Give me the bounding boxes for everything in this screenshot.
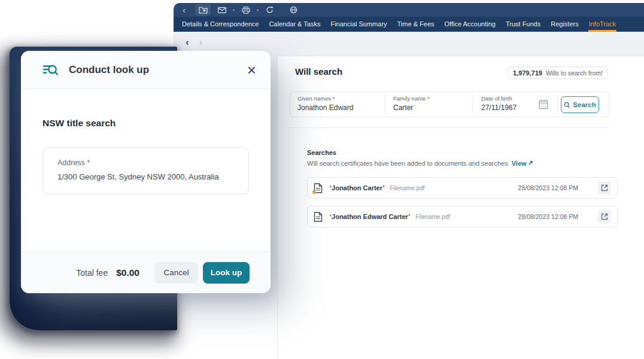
conduct-lookup-modal: Conduct look up × NSW title search Addre… <box>21 51 271 293</box>
field-divider <box>558 95 558 114</box>
search-button-label: Search <box>573 101 596 108</box>
open-document-button[interactable] <box>598 210 611 223</box>
calendar-picker-button[interactable] <box>539 99 548 109</box>
view-link-label: View <box>512 160 527 167</box>
calendar-icon <box>539 99 548 109</box>
back-chevron-icon: ‹ <box>181 5 187 14</box>
given-names-value: Jonathon Edward <box>297 104 353 112</box>
total-fee-value: $0.00 <box>116 267 139 278</box>
close-icon[interactable]: × <box>246 62 257 78</box>
address-label: Address * <box>57 159 90 167</box>
tab-trust-funds[interactable]: Trust Funds <box>505 17 541 32</box>
folder-icon <box>199 7 208 14</box>
list-search-icon <box>42 62 59 78</box>
lookup-type-title: NSW title search <box>42 118 116 129</box>
document-filename: Filename.pdf <box>415 214 450 220</box>
family-name-field[interactable]: Family name * Carter <box>393 95 430 112</box>
tab-office-accounting[interactable]: Office Accounting <box>444 17 496 32</box>
searches-heading: Searches <box>307 149 336 156</box>
external-arrow-icon: ↗ <box>528 159 533 167</box>
given-names-field[interactable]: Given names * Jonathon Edward <box>297 95 353 112</box>
document-name: ‘Jonathon Carter’ <box>330 184 384 191</box>
refresh-button[interactable] <box>264 4 275 16</box>
globe-icon <box>290 6 297 14</box>
search-icon <box>564 102 570 108</box>
modal-body: NSW title search Address * 1/300 George … <box>21 89 271 251</box>
open-document-button[interactable] <box>598 181 611 194</box>
document-filename: Filename.pdf <box>390 185 424 191</box>
document-name: ‘Jonathon Edward Carter’ <box>330 213 410 220</box>
given-names-label: Given names * <box>297 95 353 102</box>
screenshot-stage: ‹ ▾ ▾ <box>0 0 644 359</box>
family-name-label: Family name * <box>393 95 430 102</box>
wills-count: 1,979,719 <box>513 69 542 77</box>
new-document-dot-icon <box>312 190 316 194</box>
tab-details-correspondence[interactable]: Details & Correspondence <box>181 17 259 32</box>
searches-description-row: Will search certificates have been added… <box>307 159 533 167</box>
search-button[interactable]: Search <box>561 96 599 113</box>
section-divider <box>288 127 609 128</box>
address-input[interactable]: Address * 1/300 George St, Sydney NSW 20… <box>42 147 249 194</box>
history-forward-icon[interactable]: › <box>199 37 203 47</box>
document-date: 28/08/2023 12:08 PM <box>518 213 578 220</box>
address-value: 1/300 George St, Sydney NSW 2000, Austra… <box>57 172 219 181</box>
external-link-icon <box>601 184 608 191</box>
will-search-form: Given names * Jonathon Edward Family nam… <box>290 92 609 117</box>
breadcrumb: ‹ › <box>186 37 202 47</box>
link-lookup-button[interactable] <box>288 4 299 16</box>
lookup-button[interactable]: Look up <box>203 262 250 284</box>
date-of-birth-field[interactable]: Date of birth 27/11/1967 <box>481 95 517 112</box>
date-of-birth-value: 27/11/1967 <box>481 104 517 112</box>
app-toolbar: ‹ ▾ ▾ <box>174 3 644 17</box>
external-link-icon <box>601 213 608 220</box>
tab-financial-summary[interactable]: Financial Summary <box>330 17 387 32</box>
field-divider <box>472 95 473 114</box>
document-date: 28/08/2023 12:08 PM <box>518 184 578 191</box>
tab-registers[interactable]: Registers <box>550 17 579 32</box>
document-icon <box>314 212 323 222</box>
family-name-value: Carter <box>393 104 430 112</box>
print-button[interactable] <box>240 4 251 16</box>
cancel-button[interactable]: Cancel <box>154 262 198 284</box>
print-icon <box>242 7 250 14</box>
modal-header: Conduct look up × <box>21 51 271 89</box>
document-row[interactable]: ‘Jonathon Edward Carter’ Filename.pdf 28… <box>307 206 618 227</box>
field-divider <box>384 95 385 114</box>
modal-title: Conduct look up <box>69 64 236 76</box>
page-title: Will search <box>295 66 342 77</box>
wills-count-label: Wills to search from! <box>546 69 603 77</box>
modal-footer: Total fee $0.00 Cancel Look up <box>21 251 271 293</box>
wills-count-badge: 1,979,719 Wills to search from! <box>508 66 608 79</box>
back-button[interactable]: ‹ <box>178 4 190 16</box>
refresh-icon <box>266 6 274 14</box>
document-row[interactable]: ‘Jonathon Carter’ Filename.pdf 28/08/202… <box>307 177 618 199</box>
view-link[interactable]: View ↗ <box>512 159 533 167</box>
mail-icon <box>218 7 226 13</box>
matter-folder-button[interactable] <box>195 4 211 16</box>
print-caret-icon[interactable]: ▾ <box>257 8 259 12</box>
tab-time-fees[interactable]: Time & Fees <box>397 17 435 32</box>
history-back-icon[interactable]: ‹ <box>186 37 189 47</box>
main-nav: Details & Correspondence Calendar & Task… <box>174 17 644 32</box>
date-of-birth-label: Date of birth <box>481 95 517 102</box>
tab-infotrack[interactable]: InfoTrack <box>588 17 616 32</box>
will-search-panel: Will search 1,979,719 Wills to search fr… <box>277 56 644 359</box>
mail-button[interactable] <box>216 4 227 16</box>
mail-caret-icon[interactable]: ▾ <box>233 8 235 12</box>
total-fee-label: Total fee <box>76 268 108 278</box>
searches-description: Will search certificates have been added… <box>307 160 508 167</box>
tab-calendar-tasks[interactable]: Calendar & Tasks <box>268 17 321 32</box>
